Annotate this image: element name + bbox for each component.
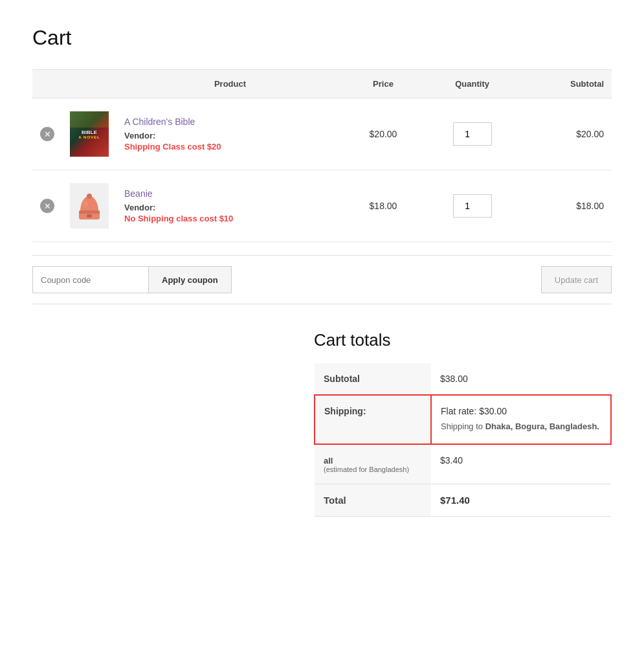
product-info-bible: A Children's Bible Vendor: Shipping Clas… [124, 117, 336, 152]
subtotal-cell-beanie: $18.00 [522, 170, 612, 242]
remove-cell: ✕ [32, 170, 62, 242]
apply-coupon-button[interactable]: Apply coupon [149, 266, 232, 293]
cart-totals-box: Cart totals Subtotal $38.00 Shipping: Fl… [314, 330, 612, 517]
product-image-beanie [70, 183, 109, 229]
coupon-input[interactable] [32, 266, 149, 293]
remove-button-beanie[interactable]: ✕ [40, 199, 54, 213]
svg-rect-4 [87, 214, 92, 218]
shipping-note-bible: Shipping Class cost $20 [124, 142, 336, 152]
total-value: $71.40 [431, 484, 611, 516]
vendor-label-beanie: Vendor: [124, 203, 336, 212]
beanie-svg-icon [75, 190, 104, 222]
coupon-row: Apply coupon Update cart [32, 255, 612, 304]
qty-input-beanie[interactable] [453, 194, 492, 218]
tax-label: all (estimated for Bangladesh) [324, 456, 422, 473]
table-row: ✕ BIBLE A NOVEL A Children's Bible Vendo… [32, 98, 612, 170]
subtotal-label: Subtotal [315, 363, 431, 395]
cart-table: Product Price Quantity Subtotal ✕ BIBLE … [32, 69, 612, 242]
subtotal-cell-bible: $20.00 [522, 98, 612, 170]
qty-cell-beanie [423, 170, 522, 242]
price-cell-beanie: $18.00 [344, 170, 423, 242]
svg-point-3 [83, 200, 88, 208]
col-header-price: Price [344, 70, 423, 98]
shipping-value: Flat rate: $30.00 [441, 406, 507, 416]
table-row: ✕ [32, 170, 612, 242]
qty-cell-bible [423, 98, 522, 170]
col-header-remove [32, 70, 62, 98]
subtotal-value: $38.00 [431, 363, 611, 395]
update-cart-button[interactable]: Update cart [541, 266, 612, 293]
shipping-note-beanie: No Shipping class cost $10 [124, 214, 336, 223]
col-header-product: Product [117, 70, 344, 98]
cart-totals-section: Cart totals Subtotal $38.00 Shipping: Fl… [32, 330, 612, 517]
product-image-cell [62, 170, 117, 242]
coupon-form: Apply coupon [32, 266, 232, 293]
remove-cell: ✕ [32, 98, 62, 170]
product-image-bible: BIBLE A NOVEL [70, 111, 109, 157]
shipping-label: Shipping: [315, 395, 431, 444]
svg-point-1 [87, 194, 92, 199]
svg-rect-2 [79, 210, 100, 214]
remove-button-bible[interactable]: ✕ [40, 127, 54, 141]
product-link-beanie[interactable]: Beanie [124, 188, 153, 199]
product-info-beanie: Beanie Vendor: No Shipping class cost $1… [124, 188, 336, 223]
totals-table: Subtotal $38.00 Shipping: Flat rate: $30… [314, 363, 612, 517]
qty-input-bible[interactable] [453, 122, 492, 146]
col-header-image [62, 70, 117, 98]
col-header-quantity: Quantity [423, 70, 522, 98]
vendor-label-bible: Vendor: [124, 131, 336, 140]
tax-row: all (estimated for Bangladesh) $3.40 [315, 444, 611, 484]
total-row: Total $71.40 [315, 484, 611, 516]
price-cell-bible: $20.00 [344, 98, 423, 170]
page-title: Cart [32, 26, 612, 50]
shipping-row: Shipping: Flat rate: $30.00 Shipping to … [315, 395, 611, 444]
cart-totals-title: Cart totals [314, 330, 612, 350]
product-image-cell: BIBLE A NOVEL [62, 98, 117, 170]
shipping-to: Shipping to Dhaka, Bogura, Bangladesh. [441, 420, 601, 433]
total-label: Total [315, 484, 431, 516]
tax-label-cell: all (estimated for Bangladesh) [315, 444, 431, 484]
shipping-value-cell: Flat rate: $30.00 Shipping to Dhaka, Bog… [431, 395, 611, 444]
product-info-cell-beanie: Beanie Vendor: No Shipping class cost $1… [117, 170, 344, 242]
tax-value: $3.40 [431, 444, 611, 484]
col-header-subtotal: Subtotal [522, 70, 612, 98]
product-link-bible[interactable]: A Children's Bible [124, 117, 195, 127]
product-info-cell-bible: A Children's Bible Vendor: Shipping Clas… [117, 98, 344, 170]
subtotal-row: Subtotal $38.00 [315, 363, 611, 395]
